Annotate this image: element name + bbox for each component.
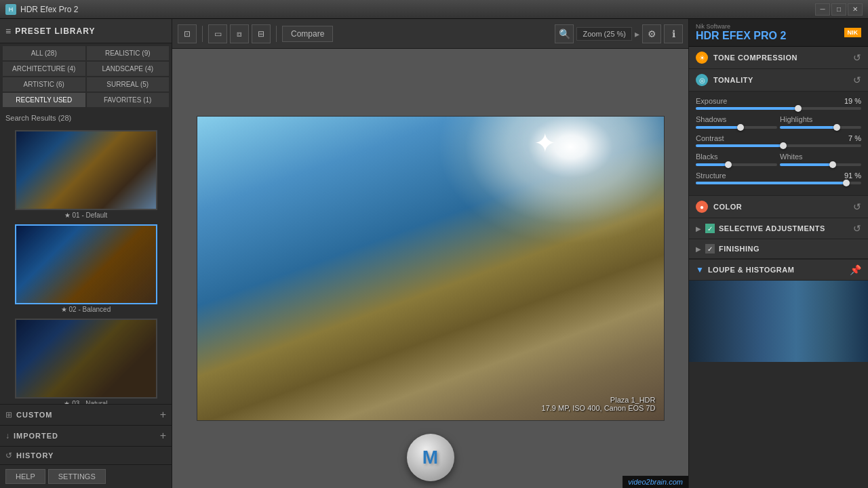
info-tool-button[interactable]: ℹ — [664, 24, 683, 43]
selective-arrow: ▶ — [696, 225, 701, 232]
structure-track[interactable] — [696, 182, 861, 184]
preset-item-1[interactable]: ★ 01 - Default — [3, 129, 169, 220]
loupe-arrow-icon: ▼ — [696, 265, 704, 274]
whites-track[interactable] — [780, 163, 861, 166]
contrast-track[interactable] — [696, 144, 861, 147]
structure-value: 91 % — [844, 171, 861, 180]
exposure-thumb[interactable] — [795, 105, 802, 112]
filter-architecture[interactable]: ARCHITECTURE (4) — [3, 62, 85, 76]
histogram-gradient — [689, 281, 868, 362]
close-button[interactable]: ✕ — [848, 3, 863, 16]
custom-add-button[interactable]: + — [160, 409, 166, 421]
filter-favorites[interactable]: FAVORITES (1) — [87, 93, 170, 107]
filter-recently-used[interactable]: RECENTLY USED — [3, 93, 85, 107]
preset-item-2[interactable]: ★ 02 - Balanced — [3, 223, 169, 314]
center-panel: ⊡ ▭ ⧈ ⊟ Compare 🔍 Zoom (25 %) ▸ ⚙ ℹ Plaz… — [172, 19, 688, 488]
nik-logo-circle: M — [407, 434, 454, 481]
settings-tool-button[interactable]: ⚙ — [642, 24, 661, 43]
loupe-histogram-header[interactable]: ▼ LOUPE & HISTOGRAM 📌 — [689, 260, 868, 281]
preset-item-3[interactable]: ★ 03 - Natural — [3, 317, 169, 404]
view-single-button[interactable]: ▭ — [208, 24, 227, 43]
brand-header: Nik Software HDR EFEX PRO 2 NIK — [689, 19, 868, 47]
blacks-thumb[interactable] — [725, 161, 732, 168]
blacks-track[interactable] — [696, 163, 777, 166]
view-split-h-button[interactable]: ⧈ — [230, 24, 249, 43]
color-reset[interactable]: ↺ — [853, 201, 861, 212]
titlebar-left: H HDR Efex Pro 2 — [5, 4, 78, 15]
imported-add-button[interactable]: + — [160, 430, 166, 442]
fit-view-button[interactable]: ⊡ — [178, 24, 197, 43]
tonality-icon: ◎ — [696, 74, 708, 86]
preset-thumb-image-3 — [16, 320, 156, 397]
highlights-fill — [780, 126, 837, 129]
selective-adjustments-reset[interactable]: ↺ — [853, 223, 861, 234]
tone-compression-icon: ☀ — [696, 52, 708, 64]
color-header[interactable]: ● COLOR ↺ — [689, 196, 868, 218]
filter-artistic[interactable]: ARTISTIC (6) — [3, 77, 85, 92]
brand-version: 2 — [780, 30, 786, 41]
highlights-thumb[interactable] — [833, 124, 840, 131]
settings-button[interactable]: SETTINGS — [48, 469, 106, 484]
tone-compression-title: TONE COMPRESSION — [713, 54, 848, 62]
filter-all[interactable]: ALL (28) — [3, 46, 85, 60]
help-button[interactable]: HELP — [5, 469, 45, 484]
titlebar-title: HDR Efex Pro 2 — [20, 5, 78, 14]
contrast-value: 7 % — [848, 134, 861, 142]
whites-label: Whites — [780, 152, 861, 161]
structure-thumb[interactable] — [843, 180, 850, 186]
maximize-button[interactable]: □ — [831, 3, 846, 16]
main-layout: ≡ PRESET LIBRARY ALL (28) REALISTIC (9) … — [0, 19, 868, 488]
blacks-label: Blacks — [696, 152, 777, 161]
structure-label-row: Structure 91 % — [696, 171, 861, 180]
watermark: video2brain.com — [623, 476, 688, 488]
preset-thumbnail-3[interactable] — [15, 319, 157, 399]
tonality-header[interactable]: ◎ TONALITY ↺ — [689, 69, 868, 92]
compare-button[interactable]: Compare — [282, 26, 333, 42]
shadows-track[interactable] — [696, 126, 777, 129]
preset-thumbnail-1[interactable] — [15, 130, 157, 210]
blacks-whites-labels: Blacks Whites — [696, 152, 861, 161]
blacks-fill — [696, 163, 728, 166]
contrast-thumb[interactable] — [780, 142, 787, 149]
highlights-track[interactable] — [780, 126, 861, 129]
titlebar-controls[interactable]: ─ □ ✕ — [815, 3, 863, 16]
finishing-header[interactable]: ▶ ✓ FINISHING — [689, 239, 868, 259]
histogram-view — [689, 281, 868, 362]
shadows-fill — [696, 126, 741, 129]
filter-surreal[interactable]: SURREAL (5) — [87, 77, 170, 92]
whites-thumb[interactable] — [829, 161, 836, 168]
menu-icon[interactable]: ≡ — [5, 26, 11, 37]
tonality-reset[interactable]: ↺ — [853, 75, 861, 85]
zoom-arrow-button[interactable]: ▸ — [635, 28, 639, 39]
brand-name-text: HDR EFEX PRO 2 — [696, 30, 786, 42]
color-icon: ● — [696, 201, 708, 213]
exposure-track[interactable] — [696, 107, 861, 110]
history-section: ↺ HISTORY — [0, 447, 172, 465]
tone-compression-reset[interactable]: ↺ — [853, 52, 861, 63]
shadows-thumb[interactable] — [737, 124, 744, 131]
imported-icon: ↓ — [5, 431, 9, 441]
shadows-highlights-sliders — [696, 125, 861, 130]
image-metadata: 17.9 MP, ISO 400, Canon EOS 7D — [542, 404, 656, 412]
tone-compression-header[interactable]: ☀ TONE COMPRESSION ↺ — [689, 47, 868, 69]
imported-section: ↓ IMPORTED + — [0, 426, 172, 447]
selective-check[interactable]: ✓ — [705, 224, 715, 233]
minimize-button[interactable]: ─ — [815, 3, 830, 16]
zoom-out-icon[interactable]: 🔍 — [555, 24, 574, 43]
custom-icon: ⊞ — [5, 410, 12, 420]
exposure-value: 19 % — [844, 97, 861, 105]
exposure-row: Exposure 19 % — [696, 97, 861, 110]
view-split-v-button[interactable]: ⊟ — [252, 24, 271, 43]
structure-fill — [696, 182, 846, 184]
preset-thumb-image-2 — [16, 226, 156, 303]
filter-landscape[interactable]: LANDSCAPE (4) — [87, 62, 170, 76]
loupe-pin-icon[interactable]: 📌 — [850, 264, 861, 275]
finishing-check[interactable]: ✓ — [705, 244, 715, 253]
preset-library-title: PRESET LIBRARY — [15, 26, 95, 36]
loupe-histogram-title: LOUPE & HISTOGRAM — [708, 266, 846, 274]
preset-thumbnail-2[interactable] — [15, 224, 157, 304]
filter-realistic[interactable]: REALISTIC (9) — [87, 46, 170, 60]
loupe-histogram-section: ▼ LOUPE & HISTOGRAM 📌 — [689, 259, 868, 362]
selective-adjustments-header[interactable]: ▶ ✓ SELECTIVE ADJUSTMENTS ↺ — [689, 218, 868, 239]
nik-m-letter: M — [422, 447, 438, 468]
